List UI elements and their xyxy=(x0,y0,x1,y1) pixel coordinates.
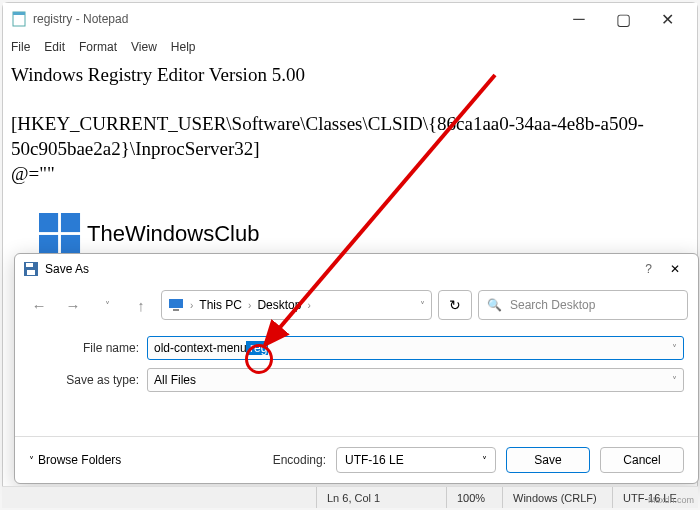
breadcrumb-folder[interactable]: Desktop xyxy=(257,298,301,312)
content-line: Windows Registry Editor Version 5.00 xyxy=(11,63,689,88)
search-placeholder: Search Desktop xyxy=(510,298,595,312)
search-input[interactable]: 🔍 Search Desktop xyxy=(478,290,688,320)
back-button[interactable]: ← xyxy=(25,291,53,319)
titlebar: registry - Notepad ─ ▢ ✕ xyxy=(3,3,697,35)
watermark: Msxdn.com xyxy=(648,495,694,505)
filename-text: old-context-menu xyxy=(154,341,247,355)
status-zoom: 100% xyxy=(446,487,502,508)
encoding-select[interactable]: UTF-16 LE ˅ xyxy=(336,447,496,473)
save-as-dialog: Save As ? ✕ ← → ˅ ↑ › This PC › Desktop … xyxy=(14,253,699,484)
chevron-right-icon: › xyxy=(248,300,251,311)
chevron-down-icon: ˅ xyxy=(29,455,34,466)
menubar: File Edit Format View Help xyxy=(3,35,697,59)
chevron-down-icon: ˅ xyxy=(482,455,487,466)
save-button[interactable]: Save xyxy=(506,447,590,473)
type-select[interactable]: All Files ˅ xyxy=(147,368,684,392)
filename-selection: .reg xyxy=(246,341,269,355)
forward-button[interactable]: → xyxy=(59,291,87,319)
chevron-down-icon[interactable]: ˅ xyxy=(420,300,425,311)
brand-text: TheWindowsClub xyxy=(87,220,259,249)
dialog-body: File name: old-context-menu.reg ˅ Save a… xyxy=(15,326,698,436)
svg-rect-5 xyxy=(61,235,80,254)
menu-help[interactable]: Help xyxy=(171,40,196,54)
brand-logo-icon xyxy=(39,213,81,255)
menu-file[interactable]: File xyxy=(11,40,30,54)
cancel-button[interactable]: Cancel xyxy=(600,447,684,473)
chevron-down-icon[interactable]: ˅ xyxy=(672,343,677,354)
status-position: Ln 6, Col 1 xyxy=(316,487,446,508)
type-label: Save as type: xyxy=(29,373,147,387)
close-button[interactable]: ✕ xyxy=(645,4,689,34)
up-button[interactable]: ↑ xyxy=(127,291,155,319)
dialog-footer: ˅ Browse Folders Encoding: UTF-16 LE ˅ S… xyxy=(15,436,698,483)
browse-folders-toggle[interactable]: ˅ Browse Folders xyxy=(29,453,121,467)
filename-label: File name: xyxy=(29,341,147,355)
dialog-nav: ← → ˅ ↑ › This PC › Desktop › ˅ ↻ 🔍 Sear… xyxy=(15,284,698,326)
encoding-value: UTF-16 LE xyxy=(345,453,404,467)
minimize-button[interactable]: ─ xyxy=(557,4,601,34)
browse-label: Browse Folders xyxy=(38,453,121,467)
svg-rect-2 xyxy=(39,213,58,232)
breadcrumb[interactable]: › This PC › Desktop › ˅ xyxy=(161,290,432,320)
window-title: registry - Notepad xyxy=(33,12,128,26)
window-controls: ─ ▢ ✕ xyxy=(557,4,689,34)
pc-icon xyxy=(168,297,184,313)
recent-dropdown-icon[interactable]: ˅ xyxy=(93,291,121,319)
brand-overlay: TheWindowsClub xyxy=(39,213,259,255)
dialog-help-button[interactable]: ? xyxy=(645,262,652,276)
maximize-button[interactable]: ▢ xyxy=(601,4,645,34)
content-line: @="" xyxy=(11,162,689,187)
statusbar: Ln 6, Col 1 100% Windows (CRLF) UTF-16 L… xyxy=(2,486,698,508)
search-icon: 🔍 xyxy=(487,298,502,312)
menu-format[interactable]: Format xyxy=(79,40,117,54)
svg-rect-8 xyxy=(27,270,35,275)
svg-rect-7 xyxy=(26,263,33,267)
dialog-title: Save As xyxy=(45,262,89,276)
chevron-right-icon: › xyxy=(307,300,310,311)
chevron-down-icon[interactable]: ˅ xyxy=(672,375,677,386)
dialog-titlebar: Save As ? ✕ xyxy=(15,254,698,284)
filename-input[interactable]: old-context-menu.reg ˅ xyxy=(147,336,684,360)
menu-view[interactable]: View xyxy=(131,40,157,54)
type-value: All Files xyxy=(154,373,196,387)
refresh-button[interactable]: ↻ xyxy=(438,290,472,320)
svg-rect-1 xyxy=(13,12,25,15)
svg-rect-10 xyxy=(173,309,179,311)
chevron-right-icon: › xyxy=(190,300,193,311)
svg-rect-4 xyxy=(39,235,58,254)
status-eol: Windows (CRLF) xyxy=(502,487,612,508)
svg-rect-9 xyxy=(169,299,183,308)
save-icon xyxy=(23,261,39,277)
content-line: [HKEY_CURRENT_USER\Software\Classes\CLSI… xyxy=(11,112,689,161)
menu-edit[interactable]: Edit xyxy=(44,40,65,54)
svg-rect-3 xyxy=(61,213,80,232)
dialog-close-button[interactable]: ✕ xyxy=(670,262,680,276)
breadcrumb-pc[interactable]: This PC xyxy=(199,298,242,312)
notepad-icon xyxy=(11,11,27,27)
encoding-label: Encoding: xyxy=(273,453,326,467)
